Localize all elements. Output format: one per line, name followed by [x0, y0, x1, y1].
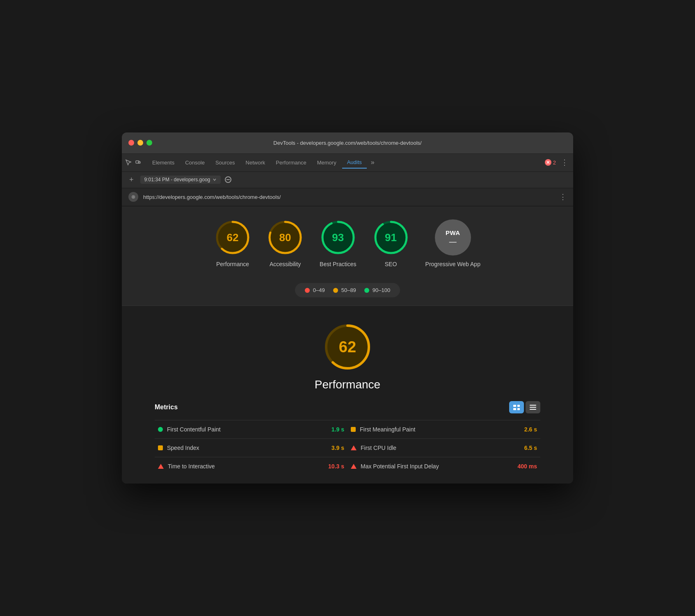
pwa-dash: —	[449, 238, 457, 245]
score-label-accessibility: Accessibility	[270, 260, 301, 269]
metric-name-fcp: First Contentful Paint	[167, 426, 327, 433]
scores-overview: 62 Performance 80 Accessibility	[122, 206, 573, 278]
metric-value-mpfid: 400 ms	[518, 463, 537, 470]
tab-audits[interactable]: Audits	[342, 157, 367, 169]
tab-bar-right: ✕ 2 ⋮	[545, 156, 570, 169]
page-menu-button[interactable]: ⋮	[559, 192, 567, 201]
score-label-performance: Performance	[216, 260, 249, 269]
tab-sources[interactable]: Sources	[210, 157, 240, 168]
score-circle-accessibility: 80	[267, 219, 303, 256]
legend-item-high: 90–100	[364, 287, 390, 293]
score-number-performance: 62	[227, 231, 239, 244]
tab-network[interactable]: Network	[241, 157, 270, 168]
score-item-pwa[interactable]: PWA — Progressive Web App	[425, 219, 480, 269]
no-entry-icon	[225, 176, 231, 183]
tab-console[interactable]: Console	[180, 157, 210, 168]
view-toggle	[509, 401, 540, 413]
indicator-si	[158, 445, 163, 450]
devtools-tab-bar: Elements Console Sources Network Perform…	[122, 154, 573, 172]
pwa-label: PWA	[446, 229, 460, 236]
devtools-toolbar-icons	[125, 159, 142, 166]
error-badge[interactable]: ✕ 2	[545, 159, 556, 166]
score-circle-best-practices: 93	[320, 219, 356, 256]
indicator-fcp	[158, 427, 163, 432]
score-legend: 0–49 50–89 90–100	[122, 278, 573, 306]
metric-value-tti: 10.3 s	[328, 463, 344, 470]
score-label-seo: SEO	[385, 260, 397, 269]
metric-cell-fcp: First Contentful Paint 1.9 s	[155, 420, 348, 438]
tab-label: 9:01:34 PM - developers.goog	[140, 176, 221, 184]
indicator-fmp	[351, 427, 356, 432]
page-favicon: ⊗	[128, 192, 138, 202]
metrics-section: Metrics	[130, 401, 565, 475]
indicator-mpfid	[351, 464, 357, 469]
indicator-tti	[158, 464, 164, 469]
svg-rect-0	[136, 161, 139, 163]
legend-range-low: 0–49	[313, 287, 325, 293]
metrics-table: First Contentful Paint 1.9 s First Meani…	[155, 420, 540, 475]
metrics-row: First Contentful Paint 1.9 s First Meani…	[155, 420, 540, 438]
metric-value-si: 3.9 s	[331, 445, 344, 451]
minimize-button[interactable]	[137, 140, 143, 146]
legend-item-mid: 50–89	[333, 287, 356, 293]
audits-panel: 62 Performance 80 Accessibility	[122, 206, 573, 484]
error-count: 2	[553, 160, 556, 166]
score-label-best-practices: Best Practices	[320, 260, 356, 269]
metric-cell-fmp: First Meaningful Paint 2.6 s	[348, 420, 540, 438]
metrics-row: Time to Interactive 10.3 s Max Potential…	[155, 457, 540, 475]
score-label-pwa: Progressive Web App	[425, 260, 480, 269]
list-view-button[interactable]	[526, 401, 540, 413]
metric-cell-tti: Time to Interactive 10.3 s	[155, 457, 348, 475]
pwa-circle: PWA —	[435, 219, 471, 256]
page-url-text: https://developers.google.com/web/tools/…	[143, 194, 281, 200]
legend-dot-red	[305, 288, 310, 293]
legend-dot-green	[364, 288, 369, 293]
grid-icon	[513, 405, 520, 410]
score-item-accessibility[interactable]: 80 Accessibility	[267, 219, 303, 269]
metric-name-tti: Time to Interactive	[168, 463, 324, 470]
grid-view-button[interactable]	[509, 401, 524, 413]
list-icon	[530, 405, 536, 410]
metric-value-fcp: 1.9 s	[331, 426, 344, 433]
perf-score-number: 62	[339, 338, 356, 356]
more-tabs-button[interactable]: »	[368, 157, 378, 168]
performance-detail: 62 Performance Metrics	[122, 306, 573, 484]
tab-performance[interactable]: Performance	[271, 157, 311, 168]
metric-name-si: Speed Index	[167, 445, 327, 451]
maximize-button[interactable]	[146, 140, 152, 146]
title-bar: DevTools - developers.google.com/web/too…	[122, 132, 573, 154]
page-url-bar: ⊗ https://developers.google.com/web/tool…	[122, 188, 573, 206]
perf-big-circle: 62	[323, 322, 372, 372]
indicator-fci	[351, 445, 357, 450]
score-circle-performance: 62	[215, 219, 251, 256]
metric-value-fmp: 2.6 s	[524, 426, 537, 433]
kebab-menu-button[interactable]: ⋮	[559, 156, 570, 169]
tab-elements[interactable]: Elements	[147, 157, 179, 168]
score-circle-seo: 91	[373, 219, 409, 256]
tab-memory[interactable]: Memory	[312, 157, 341, 168]
dropdown-arrow-icon	[213, 178, 217, 182]
metric-name-fmp: First Meaningful Paint	[360, 426, 520, 433]
score-item-performance[interactable]: 62 Performance	[215, 219, 251, 269]
metric-cell-si: Speed Index 3.9 s	[155, 439, 348, 457]
score-item-best-practices[interactable]: 93 Best Practices	[320, 219, 356, 269]
legend-range-high: 90–100	[373, 287, 390, 293]
metric-name-fci: First CPU Idle	[361, 445, 520, 451]
close-button[interactable]	[128, 140, 134, 146]
metrics-label: Metrics	[155, 404, 178, 411]
metrics-row: Speed Index 3.9 s First CPU Idle 6.5 s	[155, 438, 540, 457]
legend-item-low: 0–49	[305, 287, 325, 293]
metrics-header: Metrics	[155, 401, 540, 413]
metric-value-fci: 6.5 s	[524, 445, 537, 451]
browser-window: DevTools - developers.google.com/web/too…	[122, 132, 573, 484]
score-number-best-practices: 93	[332, 231, 344, 244]
perf-title: Performance	[315, 378, 380, 391]
error-icon: ✕	[545, 159, 551, 166]
score-item-seo[interactable]: 91 SEO	[373, 219, 409, 269]
address-bar: + 9:01:34 PM - developers.goog	[122, 172, 573, 188]
legend-dot-orange	[333, 288, 338, 293]
score-number-accessibility: 80	[279, 231, 291, 244]
legend-range-mid: 50–89	[341, 287, 356, 293]
tab-label-text: 9:01:34 PM - developers.goog	[144, 177, 210, 183]
new-tab-button[interactable]: +	[127, 175, 136, 185]
